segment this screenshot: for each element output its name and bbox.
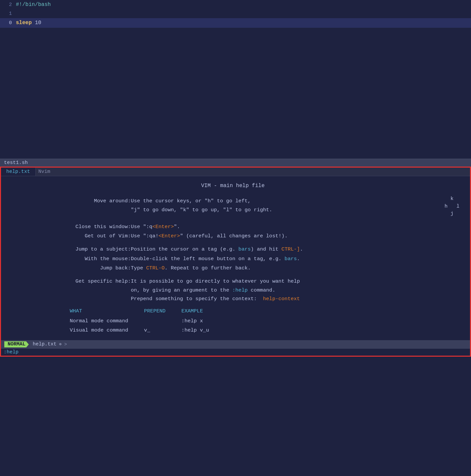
- line-number: 1: [3, 10, 12, 18]
- help-label-jumpback: Jump back:: [4, 263, 131, 273]
- help-title: VIM - main help file: [4, 181, 462, 190]
- kbd-top: k: [445, 195, 459, 203]
- cmd-cell-prepend-normal: [144, 316, 181, 326]
- help-desc-mouse: Double-click the left mouse button on a …: [131, 254, 462, 263]
- help-label-mouse: With the mouse:: [4, 254, 131, 263]
- help-desc-getout: Use ":qa!<Enter>" (careful, all changes …: [131, 231, 462, 241]
- help-section-move: Move around: k h l j Use the cursor keys…: [4, 196, 462, 303]
- editor-line-2: 1: [0, 10, 471, 19]
- status-chevron: >: [64, 342, 67, 347]
- line-number: 2: [3, 1, 12, 9]
- cmd-header-prepend: PREPEND: [144, 306, 181, 316]
- help-label-specific: Get specific help:: [4, 277, 131, 303]
- line-number: 0: [3, 20, 12, 27]
- help-label-jump: Jump to a subject:: [4, 245, 131, 254]
- editor-line-1: 2 #!/bin/bash: [0, 0, 471, 10]
- help-label-close: Close this window:: [4, 222, 131, 231]
- help-desc-specific: It is possible to go directly to whateve…: [131, 277, 462, 303]
- cmdline: :help: [1, 348, 470, 356]
- editor-area: 2 #!/bin/bash 1 0 sleep 10: [0, 0, 471, 159]
- keyword-num: 10: [35, 20, 41, 26]
- help-label-getout: Get out of Vim:: [4, 231, 131, 241]
- cmd-cell-example-visual: :help v_u: [181, 326, 225, 335]
- cmd-header-example: EXAMPLE: [181, 306, 225, 316]
- cmd-cell-what-normal: Normal mode command: [70, 316, 144, 326]
- help-tab-editor: Nvim: [36, 168, 53, 176]
- help-desc-jump: Position the cursor on a tag (e.g. bars)…: [131, 245, 462, 254]
- help-content: VIM - main help file Move around: k h l …: [1, 176, 470, 340]
- kbd-middle: h l: [445, 203, 459, 211]
- kbd-bottom: j: [445, 210, 459, 218]
- keyword-sleep: sleep: [16, 20, 32, 26]
- line-content: #!/bin/bash: [16, 1, 51, 9]
- mode-badge: NORMAL: [4, 341, 29, 347]
- cmd-cell-what-visual: Visual mode command: [70, 326, 144, 335]
- cmdline-text: :help: [4, 349, 19, 355]
- help-desc-close: Use ":q<Enter>".: [131, 222, 462, 231]
- status-dot: ⊙: [59, 342, 61, 347]
- help-desc-jumpback: Type CTRL-O. Repeat to go further back.: [131, 263, 462, 273]
- help-tab-active[interactable]: help.txt: [1, 168, 36, 176]
- help-window: help.txt Nvim VIM - main help file Move …: [0, 167, 471, 357]
- help-desc-move: k h l j Use the cursor keys, or "h" to g…: [131, 196, 462, 218]
- cmd-cell-prepend-visual: v_: [144, 326, 181, 335]
- editor-filename: test1.sh: [4, 160, 28, 166]
- editor-line-3: 0 sleep 10: [0, 18, 471, 28]
- cmd-row-visual: Visual mode command v_ :help v_u: [70, 326, 225, 335]
- kbd-layout: k h l j: [445, 195, 459, 218]
- editor-statusbar: test1.sh: [0, 159, 471, 167]
- cmd-row-normal: Normal mode command :help x: [70, 316, 225, 326]
- cmd-table: WHAT PREPEND EXAMPLE Normal mode command…: [70, 306, 462, 335]
- cmd-cell-example-normal: :help x: [181, 316, 225, 326]
- help-statusline: NORMAL help.txt ⊙ >: [1, 340, 470, 348]
- help-tab-label: help.txt: [6, 169, 30, 175]
- status-filename: help.txt: [33, 341, 57, 347]
- cmd-header-what: WHAT: [70, 306, 144, 316]
- help-label-move: Move around:: [4, 196, 131, 218]
- line-content: sleep 10: [16, 19, 41, 27]
- help-tabbar: help.txt Nvim: [1, 168, 470, 176]
